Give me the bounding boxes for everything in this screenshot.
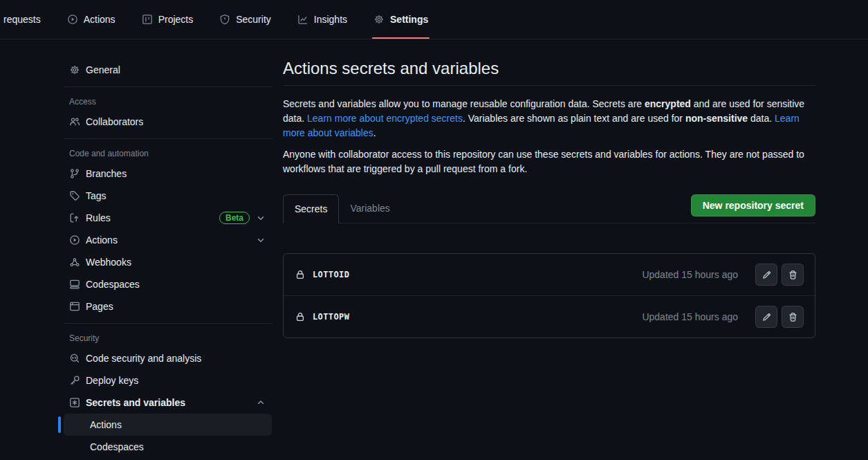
divider [64,323,272,324]
secrets-list: LOTTOID Updated 15 hours ago [283,253,815,338]
page-title: Actions secrets and variables [283,59,815,86]
sidebar-item-codespaces[interactable]: Codespaces [64,273,272,295]
graph-icon [297,14,308,25]
nav-tab-insights[interactable]: Insights [290,0,354,39]
sidebar-item-rules[interactable]: Rules Beta [64,207,272,229]
lock-icon [295,311,306,322]
sidebar-item-collaborators[interactable]: Collaborators [64,111,272,133]
key-icon [69,375,80,386]
sidebar-item-code-security[interactable]: Code security and analysis [64,347,272,369]
sidebar-item-label: Code security and analysis [86,353,201,364]
play-icon [69,234,80,246]
divider [64,86,272,87]
secrets-variables-tabnav: Secrets Variables New repository secret [283,194,815,223]
secret-row: LOTTOPW Updated 15 hours ago [284,295,815,338]
nav-tab-label: Settings [390,14,428,25]
git-branch-icon [69,168,80,179]
gear-icon [69,64,80,75]
sidebar-item-webhooks[interactable]: Webhooks [64,251,272,273]
sidebar-section-label-access: Access [64,93,272,111]
sidebar-item-branches[interactable]: Branches [64,163,272,185]
tab-variables[interactable]: Variables [339,194,400,222]
intro-paragraph: Secrets and variables allow you to manag… [283,97,815,140]
settings-sidebar: General Access Collaborators Code and au… [58,59,272,458]
delete-secret-button[interactable] [782,264,804,286]
webhook-icon [69,257,80,268]
shield-icon [219,14,230,25]
intro-text: data. [748,113,775,124]
sidebar-item-label: Actions [90,419,122,430]
chevron-up-icon [255,397,266,408]
edit-secret-button[interactable] [755,306,777,328]
trash-icon [788,312,798,322]
sidebar-item-general[interactable]: General [64,59,272,81]
rules-icon [69,212,80,223]
nav-tab-label: Actions [84,14,116,25]
secret-name: LOTTOID [313,270,349,279]
nav-tab-label: requests [3,14,41,25]
secret-row-actions [755,306,804,328]
nav-tab-pull-requests[interactable]: requests [3,0,48,39]
sidebar-item-deploy-keys[interactable]: Deploy keys [64,369,272,392]
sidebar-item-label: Branches [86,168,127,179]
sidebar-item-actions[interactable]: Actions [64,229,272,251]
nav-tab-label: Projects [158,14,194,25]
beta-badge: Beta [219,212,250,224]
nav-tab-settings[interactable]: Settings [367,0,435,39]
people-icon [69,116,80,127]
pencil-icon [761,270,772,280]
sidebar-item-tags[interactable]: Tags [64,185,272,207]
secrets-and-variables-panel: Actions secrets and variables Secrets an… [283,59,815,338]
secret-row: LOTTOID Updated 15 hours ago [284,254,815,295]
gear-icon [373,14,385,25]
pencil-icon [761,312,772,322]
sidebar-item-label: Secrets and variables [86,397,185,408]
lock-icon [295,269,306,280]
sidebar-item-label: Pages [86,301,113,312]
repo-nav: requests Actions Projects Security Insig… [0,0,868,39]
intro-bold-encrypted: encrypted [645,98,691,109]
secret-row-actions [755,264,804,286]
new-repository-secret-button[interactable]: New repository secret [691,194,815,217]
chevron-down-icon [255,212,266,223]
note-paragraph: Anyone with collaborator access to this … [283,147,815,176]
edit-secret-button[interactable] [755,264,777,286]
link-encrypted-secrets[interactable]: Learn more about encrypted secrets [307,113,463,124]
sidebar-item-secrets-and-variables[interactable]: Secrets and variables [64,392,272,414]
sidebar-item-label: Rules [86,212,111,223]
secret-name: LOTTOPW [313,312,349,322]
sidebar-item-label: Webhooks [86,257,131,268]
nav-tab-label: Insights [314,14,347,25]
secret-updated: Updated 15 hours ago [642,311,738,322]
secret-updated: Updated 15 hours ago [642,269,738,280]
sidebar-item-label: Deploy keys [86,375,138,386]
nav-tab-label: Security [236,14,271,25]
tab-secrets[interactable]: Secrets [283,194,339,223]
repo-nav-tabs: requests Actions Projects Security Insig… [3,0,435,39]
sidebar-section-label-security: Security [64,329,272,347]
asterisk-box-icon [69,397,80,408]
sidebar-item-label: Codespaces [90,441,144,452]
divider [64,138,272,139]
codespaces-icon [69,279,80,290]
sidebar-item-label: Codespaces [86,279,140,290]
sidebar-section-label-code-automation: Code and automation [64,145,272,163]
intro-bold-non-sensitive: non-sensitive [685,113,748,124]
chevron-down-icon [255,234,266,246]
intro-text: Secrets and variables allow you to manag… [283,98,645,109]
nav-tab-projects[interactable]: Projects [135,0,201,39]
sidebar-item-label: General [86,64,120,75]
play-icon [67,14,78,25]
codescan-icon [69,353,80,364]
nav-tab-actions[interactable]: Actions [60,0,122,39]
sidebar-subitem-codespaces[interactable]: Codespaces [64,436,272,458]
project-icon [142,14,153,25]
settings-layout: General Access Collaborators Code and au… [0,39,868,458]
sidebar-item-pages[interactable]: Pages [64,295,272,318]
sidebar-subitem-actions[interactable]: Actions [64,414,272,436]
nav-tab-security[interactable]: Security [212,0,278,39]
browser-icon [69,301,80,312]
sidebar-item-label: Collaborators [86,116,143,127]
delete-secret-button[interactable] [782,306,804,328]
sidebar-item-label: Tags [86,190,107,201]
